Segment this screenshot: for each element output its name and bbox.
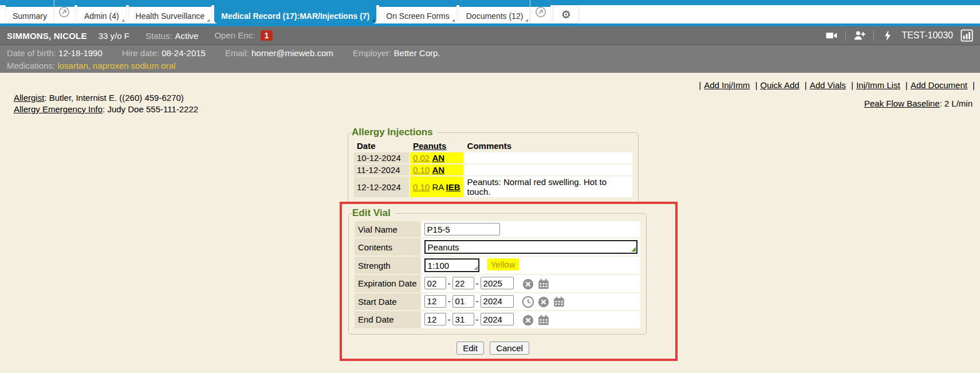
peak-flow-baseline-link[interactable]: Peak Flow Baseline	[864, 99, 940, 108]
tab-medical-record-label: Medical Record (17):MAR/Injections (7)	[221, 11, 369, 21]
allergy-injections-panel: Allergy Injections Date Peanuts Comments…	[348, 127, 639, 203]
action-links: |Add Inj/Imm |Quick Add |Add Vials |Inj/…	[696, 80, 978, 90]
patient-info-row2: Medications: losartan, naproxen sodium o…	[7, 60, 973, 72]
date-separator: -	[476, 315, 479, 324]
summary-popout-button[interactable]	[54, 0, 74, 23]
injection-date: 10-12-2024	[354, 152, 409, 163]
end-month-input[interactable]	[424, 313, 446, 325]
reaction-code-link[interactable]: AN	[432, 165, 444, 175]
medications-value[interactable]: losartan, naproxen sodium oral	[57, 61, 175, 70]
dob-field: Date of birth: 12-18-1990	[7, 48, 103, 58]
strength-input[interactable]	[424, 258, 479, 272]
injection-comment	[465, 164, 632, 175]
peak-flow-baseline: Peak Flow Baseline: 2 L/min	[864, 99, 973, 108]
start-date-label: Start Date	[355, 293, 420, 311]
injection-row: 10-12-2024 0.02 AN	[354, 152, 632, 163]
end-year-input[interactable]	[481, 313, 514, 325]
inj-imm-list-link[interactable]: Inj/Imm List	[856, 80, 900, 90]
peanuts-column-link[interactable]: Peanuts	[413, 141, 446, 151]
quick-add-link[interactable]: Quick Add	[760, 80, 799, 90]
strength-cell: Yellow	[422, 257, 640, 274]
cancel-button[interactable]: Cancel	[490, 341, 529, 355]
person-add-icon[interactable]	[853, 29, 866, 42]
edit-button[interactable]: Edit	[456, 341, 484, 355]
medications-label: Medications:	[7, 61, 55, 70]
red-annotation-box: Edit Vial Vial Name Contents Strength	[340, 202, 678, 361]
injection-comment	[465, 152, 632, 163]
lightning-bolt-icon[interactable]	[881, 29, 894, 42]
expiration-year-input[interactable]	[481, 277, 514, 289]
clear-date-icon[interactable]	[522, 278, 534, 290]
allergy-emergency-info-link[interactable]: Allergy Emergency Info	[14, 104, 103, 114]
status-value: Active	[175, 31, 199, 41]
injection-row: 11-12-2024 0.10 AN	[354, 164, 632, 175]
dose-link[interactable]: 0.10	[413, 182, 430, 192]
end-date-cell: --	[422, 311, 640, 328]
video-camera-icon[interactable]	[825, 29, 838, 42]
reaction-code-link[interactable]: AN	[432, 153, 444, 163]
edit-vial-form: Vial Name Contents Strength Yellow	[353, 220, 641, 329]
separator: |	[805, 80, 807, 90]
contents-input[interactable]	[424, 240, 637, 254]
clear-date-icon[interactable]	[522, 314, 534, 327]
tab-health-surveillance[interactable]: Health Surveillance	[129, 0, 212, 23]
add-inj-imm-link[interactable]: Add Inj/Imm	[704, 80, 750, 90]
tab-on-screen-forms-label: On Screen Forms	[386, 11, 449, 21]
expiration-date-row: Expiration Date --	[355, 275, 640, 292]
allergist-line: Allergist: Butler, Internist E. ((260) 4…	[14, 92, 198, 104]
injection-comment: Peanuts: Normal red swelling. Hot to tou…	[465, 176, 632, 197]
divider	[845, 30, 846, 41]
date-separator: -	[476, 278, 479, 288]
separator: |	[851, 80, 853, 90]
calendar-icon[interactable]	[553, 296, 565, 308]
tab-health-surveillance-label: Health Surveillance	[136, 11, 205, 21]
settings-gear-button[interactable]: ⚙	[553, 5, 578, 23]
documents-popout-button[interactable]	[530, 0, 550, 23]
tab-on-screen-forms[interactable]: On Screen Forms	[379, 0, 456, 23]
start-month-input[interactable]	[424, 295, 446, 308]
start-year-input[interactable]	[481, 295, 514, 308]
contents-label: Contents	[355, 238, 420, 256]
chart-icon[interactable]	[961, 29, 973, 42]
add-vials-link[interactable]: Add Vials	[810, 80, 846, 90]
patient-status: Status:Active	[145, 31, 199, 41]
expiration-day-input[interactable]	[452, 277, 474, 289]
patient-id: TEST-10030	[902, 30, 953, 41]
dose-link[interactable]: 0.10	[413, 165, 430, 175]
allergy-contacts: Allergist: Butler, Internist E. ((260) 4…	[14, 92, 198, 115]
patient-header-actions: TEST-10030	[825, 29, 973, 42]
tab-medical-record[interactable]: Medical Record (17):MAR/Injections (7)	[214, 0, 376, 23]
start-day-input[interactable]	[452, 295, 474, 308]
clear-date-icon[interactable]	[537, 296, 550, 308]
peak-flow-baseline-value: : 2 L/min	[939, 99, 973, 108]
vial-name-input[interactable]	[424, 223, 500, 235]
strength-row: Strength Yellow	[355, 257, 640, 274]
open-enc-badge[interactable]: 1	[261, 30, 273, 41]
calendar-icon[interactable]	[537, 278, 550, 290]
end-day-input[interactable]	[452, 313, 474, 325]
tab-group-documents: Documents (12)	[459, 0, 551, 23]
expiration-month-input[interactable]	[424, 277, 446, 289]
patient-info-row1: Date of birth: 12-18-1990 Hire date: 08-…	[7, 47, 973, 60]
vial-name-cell	[422, 221, 640, 237]
dose-link[interactable]: 0.02	[413, 153, 430, 163]
injection-dose-cell: 0.02 AN	[410, 152, 463, 163]
reaction-code-link[interactable]: IEB	[446, 182, 461, 192]
allergy-injections-title: Allergy Injections	[352, 127, 438, 138]
tab-documents[interactable]: Documents (12)	[459, 0, 530, 23]
date-separator: -	[448, 315, 451, 324]
tab-summary[interactable]: Summary	[6, 0, 54, 23]
popout-arrow-icon	[534, 6, 547, 18]
tab-bar: Summary Admin (4) Health Surveillance Me…	[0, 0, 980, 26]
clock-icon[interactable]	[522, 296, 534, 308]
calendar-icon[interactable]	[537, 314, 550, 327]
tab-documents-label: Documents (12)	[466, 11, 524, 21]
tab-admin[interactable]: Admin (4)	[77, 0, 126, 23]
popout-arrow-icon	[58, 6, 70, 18]
table-header-row: Date Peanuts Comments	[354, 140, 632, 151]
add-document-link[interactable]: Add Document	[911, 80, 967, 90]
allergy-injections-table: Date Peanuts Comments 10-12-2024 0.02 AN…	[353, 139, 633, 198]
separator: |	[755, 80, 757, 90]
dob-label: Date of birth:	[7, 48, 56, 58]
allergist-link[interactable]: Allergist	[14, 93, 44, 103]
